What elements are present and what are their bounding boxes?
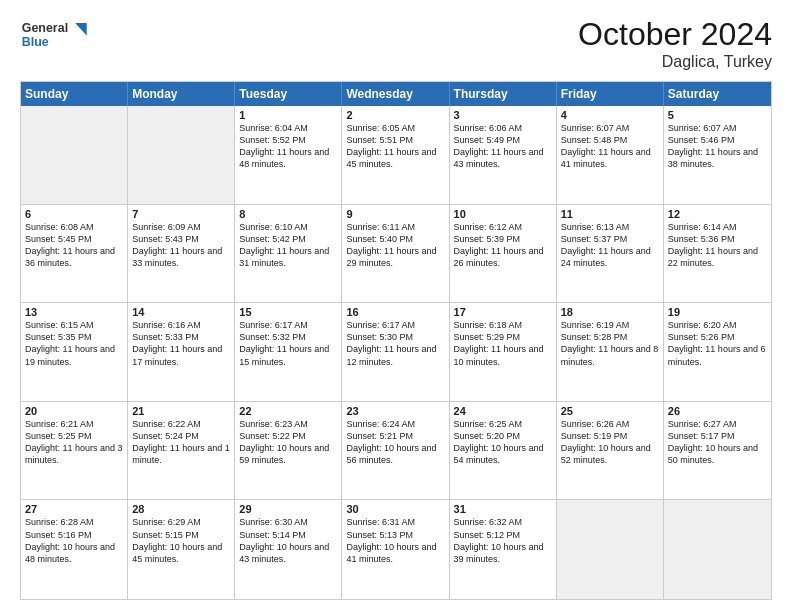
title-area: October 2024 Daglica, Turkey xyxy=(578,16,772,71)
cell-info: Sunrise: 6:27 AMSunset: 5:17 PMDaylight:… xyxy=(668,418,767,467)
calendar-cell: 3Sunrise: 6:06 AMSunset: 5:49 PMDaylight… xyxy=(450,106,557,204)
cell-info: Sunrise: 6:07 AMSunset: 5:48 PMDaylight:… xyxy=(561,122,659,171)
cell-info: Sunrise: 6:15 AMSunset: 5:35 PMDaylight:… xyxy=(25,319,123,368)
calendar-cell: 30Sunrise: 6:31 AMSunset: 5:13 PMDayligh… xyxy=(342,500,449,599)
cell-info: Sunrise: 6:04 AMSunset: 5:52 PMDaylight:… xyxy=(239,122,337,171)
weekday-header-tuesday: Tuesday xyxy=(235,82,342,106)
calendar-cell: 17Sunrise: 6:18 AMSunset: 5:29 PMDayligh… xyxy=(450,303,557,401)
weekday-header-saturday: Saturday xyxy=(664,82,771,106)
calendar-cell: 13Sunrise: 6:15 AMSunset: 5:35 PMDayligh… xyxy=(21,303,128,401)
logo-svg: General Blue xyxy=(20,16,100,56)
day-number: 22 xyxy=(239,405,337,417)
cell-info: Sunrise: 6:30 AMSunset: 5:14 PMDaylight:… xyxy=(239,516,337,565)
cell-info: Sunrise: 6:17 AMSunset: 5:30 PMDaylight:… xyxy=(346,319,444,368)
day-number: 29 xyxy=(239,503,337,515)
calendar-cell: 4Sunrise: 6:07 AMSunset: 5:48 PMDaylight… xyxy=(557,106,664,204)
week-row-2: 6Sunrise: 6:08 AMSunset: 5:45 PMDaylight… xyxy=(21,205,771,304)
calendar-cell: 27Sunrise: 6:28 AMSunset: 5:16 PMDayligh… xyxy=(21,500,128,599)
cell-info: Sunrise: 6:06 AMSunset: 5:49 PMDaylight:… xyxy=(454,122,552,171)
cell-info: Sunrise: 6:29 AMSunset: 5:15 PMDaylight:… xyxy=(132,516,230,565)
subtitle: Daglica, Turkey xyxy=(578,53,772,71)
day-number: 24 xyxy=(454,405,552,417)
calendar-cell xyxy=(21,106,128,204)
day-number: 25 xyxy=(561,405,659,417)
day-number: 8 xyxy=(239,208,337,220)
cell-info: Sunrise: 6:13 AMSunset: 5:37 PMDaylight:… xyxy=(561,221,659,270)
calendar-cell: 14Sunrise: 6:16 AMSunset: 5:33 PMDayligh… xyxy=(128,303,235,401)
weekday-header-wednesday: Wednesday xyxy=(342,82,449,106)
day-number: 14 xyxy=(132,306,230,318)
calendar-cell: 12Sunrise: 6:14 AMSunset: 5:36 PMDayligh… xyxy=(664,205,771,303)
day-number: 19 xyxy=(668,306,767,318)
week-row-5: 27Sunrise: 6:28 AMSunset: 5:16 PMDayligh… xyxy=(21,500,771,599)
day-number: 18 xyxy=(561,306,659,318)
calendar-cell: 10Sunrise: 6:12 AMSunset: 5:39 PMDayligh… xyxy=(450,205,557,303)
cell-info: Sunrise: 6:25 AMSunset: 5:20 PMDaylight:… xyxy=(454,418,552,467)
calendar-cell: 23Sunrise: 6:24 AMSunset: 5:21 PMDayligh… xyxy=(342,402,449,500)
weekday-header-monday: Monday xyxy=(128,82,235,106)
day-number: 11 xyxy=(561,208,659,220)
calendar-cell: 11Sunrise: 6:13 AMSunset: 5:37 PMDayligh… xyxy=(557,205,664,303)
day-number: 26 xyxy=(668,405,767,417)
svg-text:General: General xyxy=(22,21,68,35)
calendar-cell: 25Sunrise: 6:26 AMSunset: 5:19 PMDayligh… xyxy=(557,402,664,500)
day-number: 1 xyxy=(239,109,337,121)
cell-info: Sunrise: 6:11 AMSunset: 5:40 PMDaylight:… xyxy=(346,221,444,270)
day-number: 5 xyxy=(668,109,767,121)
day-number: 28 xyxy=(132,503,230,515)
cell-info: Sunrise: 6:08 AMSunset: 5:45 PMDaylight:… xyxy=(25,221,123,270)
day-number: 13 xyxy=(25,306,123,318)
calendar-cell: 21Sunrise: 6:22 AMSunset: 5:24 PMDayligh… xyxy=(128,402,235,500)
cell-info: Sunrise: 6:24 AMSunset: 5:21 PMDaylight:… xyxy=(346,418,444,467)
cell-info: Sunrise: 6:22 AMSunset: 5:24 PMDaylight:… xyxy=(132,418,230,467)
weekday-header-thursday: Thursday xyxy=(450,82,557,106)
svg-text:Blue: Blue xyxy=(22,35,49,49)
day-number: 30 xyxy=(346,503,444,515)
cell-info: Sunrise: 6:12 AMSunset: 5:39 PMDaylight:… xyxy=(454,221,552,270)
cell-info: Sunrise: 6:09 AMSunset: 5:43 PMDaylight:… xyxy=(132,221,230,270)
cell-info: Sunrise: 6:21 AMSunset: 5:25 PMDaylight:… xyxy=(25,418,123,467)
day-number: 15 xyxy=(239,306,337,318)
cell-info: Sunrise: 6:20 AMSunset: 5:26 PMDaylight:… xyxy=(668,319,767,368)
day-number: 12 xyxy=(668,208,767,220)
calendar-cell: 15Sunrise: 6:17 AMSunset: 5:32 PMDayligh… xyxy=(235,303,342,401)
calendar-header: SundayMondayTuesdayWednesdayThursdayFrid… xyxy=(21,82,771,106)
day-number: 2 xyxy=(346,109,444,121)
calendar-cell: 29Sunrise: 6:30 AMSunset: 5:14 PMDayligh… xyxy=(235,500,342,599)
calendar-cell: 31Sunrise: 6:32 AMSunset: 5:12 PMDayligh… xyxy=(450,500,557,599)
week-row-4: 20Sunrise: 6:21 AMSunset: 5:25 PMDayligh… xyxy=(21,402,771,501)
day-number: 9 xyxy=(346,208,444,220)
cell-info: Sunrise: 6:14 AMSunset: 5:36 PMDaylight:… xyxy=(668,221,767,270)
month-title: October 2024 xyxy=(578,16,772,53)
cell-info: Sunrise: 6:28 AMSunset: 5:16 PMDaylight:… xyxy=(25,516,123,565)
day-number: 6 xyxy=(25,208,123,220)
calendar-cell: 22Sunrise: 6:23 AMSunset: 5:22 PMDayligh… xyxy=(235,402,342,500)
day-number: 31 xyxy=(454,503,552,515)
day-number: 4 xyxy=(561,109,659,121)
calendar-cell: 28Sunrise: 6:29 AMSunset: 5:15 PMDayligh… xyxy=(128,500,235,599)
cell-info: Sunrise: 6:26 AMSunset: 5:19 PMDaylight:… xyxy=(561,418,659,467)
calendar-cell: 5Sunrise: 6:07 AMSunset: 5:46 PMDaylight… xyxy=(664,106,771,204)
calendar-cell xyxy=(128,106,235,204)
cell-info: Sunrise: 6:18 AMSunset: 5:29 PMDaylight:… xyxy=(454,319,552,368)
cell-info: Sunrise: 6:16 AMSunset: 5:33 PMDaylight:… xyxy=(132,319,230,368)
calendar-cell: 7Sunrise: 6:09 AMSunset: 5:43 PMDaylight… xyxy=(128,205,235,303)
header: General Blue October 2024 Daglica, Turke… xyxy=(20,16,772,71)
cell-info: Sunrise: 6:19 AMSunset: 5:28 PMDaylight:… xyxy=(561,319,659,368)
day-number: 21 xyxy=(132,405,230,417)
calendar-cell: 6Sunrise: 6:08 AMSunset: 5:45 PMDaylight… xyxy=(21,205,128,303)
calendar-cell: 16Sunrise: 6:17 AMSunset: 5:30 PMDayligh… xyxy=(342,303,449,401)
logo: General Blue xyxy=(20,16,100,56)
cell-info: Sunrise: 6:17 AMSunset: 5:32 PMDaylight:… xyxy=(239,319,337,368)
cell-info: Sunrise: 6:10 AMSunset: 5:42 PMDaylight:… xyxy=(239,221,337,270)
week-row-1: 1Sunrise: 6:04 AMSunset: 5:52 PMDaylight… xyxy=(21,106,771,205)
weekday-header-sunday: Sunday xyxy=(21,82,128,106)
calendar-cell xyxy=(557,500,664,599)
cell-info: Sunrise: 6:05 AMSunset: 5:51 PMDaylight:… xyxy=(346,122,444,171)
calendar-cell: 20Sunrise: 6:21 AMSunset: 5:25 PMDayligh… xyxy=(21,402,128,500)
week-row-3: 13Sunrise: 6:15 AMSunset: 5:35 PMDayligh… xyxy=(21,303,771,402)
calendar-cell: 26Sunrise: 6:27 AMSunset: 5:17 PMDayligh… xyxy=(664,402,771,500)
day-number: 27 xyxy=(25,503,123,515)
calendar-cell: 24Sunrise: 6:25 AMSunset: 5:20 PMDayligh… xyxy=(450,402,557,500)
calendar-cell xyxy=(664,500,771,599)
